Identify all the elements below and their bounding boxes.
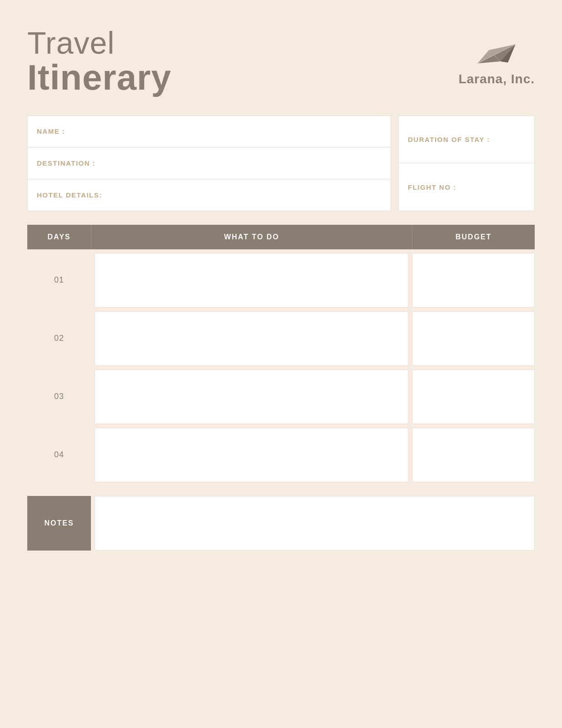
budget-4[interactable] xyxy=(412,428,535,482)
col-header-budget: BUDGET xyxy=(412,225,535,249)
header: Travel Itinerary Larana, Inc. xyxy=(27,27,535,97)
hotel-field[interactable]: HOTEL DETAILS: xyxy=(27,179,391,211)
col-header-days: DAYS xyxy=(27,225,91,249)
page: Travel Itinerary Larana, Inc. NAME : DES… xyxy=(0,0,562,728)
what-to-do-2[interactable] xyxy=(95,311,408,366)
budget-2[interactable] xyxy=(412,311,535,366)
budget-3[interactable] xyxy=(412,369,535,424)
table-header: DAYS WHAT TO DO BUDGET xyxy=(27,225,535,249)
day-number-2: 02 xyxy=(27,311,91,366)
info-left: NAME : DESTINATION : HOTEL DETAILS: xyxy=(27,116,391,211)
info-section: NAME : DESTINATION : HOTEL DETAILS: DURA… xyxy=(27,116,535,211)
table-row: 03 xyxy=(27,369,535,424)
itinerary-table: DAYS WHAT TO DO BUDGET 01 02 03 04 xyxy=(27,225,535,482)
what-to-do-3[interactable] xyxy=(95,369,408,424)
destination-label: DESTINATION : xyxy=(37,159,95,167)
flight-field[interactable]: FLIGHT NO : xyxy=(398,163,535,211)
day-number-4: 04 xyxy=(27,428,91,482)
header-logo: Larana, Inc. xyxy=(458,32,535,86)
col-header-what: WHAT TO DO xyxy=(91,225,412,249)
day-number-1: 01 xyxy=(27,253,91,308)
table-row: 01 xyxy=(27,253,535,308)
header-title: Travel Itinerary xyxy=(27,27,171,97)
table-row: 04 xyxy=(27,428,535,482)
flight-label: FLIGHT NO : xyxy=(408,183,457,191)
logo-text: Larana, Inc. xyxy=(458,72,535,86)
name-field[interactable]: NAME : xyxy=(27,116,391,147)
duration-field[interactable]: DURATION OF STAY : xyxy=(398,116,535,164)
paper-plane-icon xyxy=(474,32,519,68)
day-number-3: 03 xyxy=(27,369,91,424)
what-to-do-4[interactable] xyxy=(95,428,408,482)
info-right: DURATION OF STAY : FLIGHT NO : xyxy=(398,116,535,211)
title-travel: Travel xyxy=(27,27,171,58)
duration-label: DURATION OF STAY : xyxy=(408,136,490,143)
hotel-label: HOTEL DETAILS: xyxy=(37,191,102,199)
table-row: 02 xyxy=(27,311,535,366)
title-itinerary: Itinerary xyxy=(27,58,171,97)
name-label: NAME : xyxy=(37,127,65,135)
notes-content[interactable] xyxy=(95,496,535,551)
destination-field[interactable]: DESTINATION : xyxy=(27,147,391,179)
budget-1[interactable] xyxy=(412,253,535,308)
notes-section: NOTES xyxy=(27,496,535,551)
notes-label: NOTES xyxy=(27,496,91,551)
what-to-do-1[interactable] xyxy=(95,253,408,308)
